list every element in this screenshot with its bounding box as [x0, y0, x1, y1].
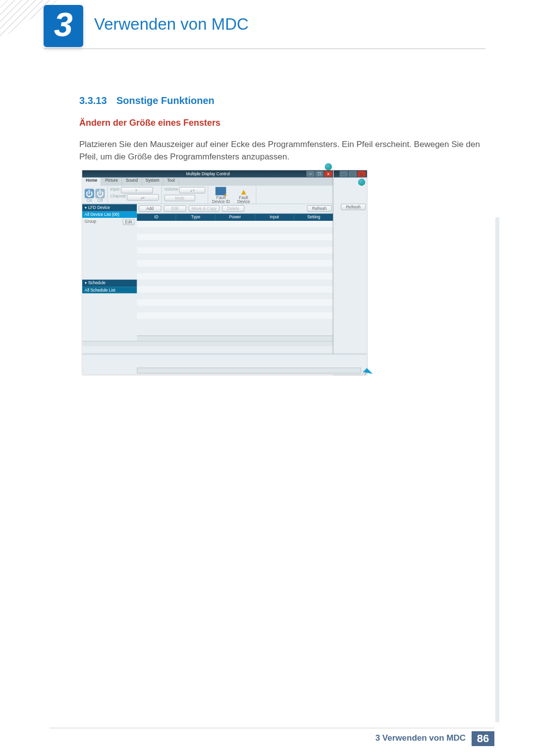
- power-on-icon[interactable]: ⏻: [85, 189, 94, 198]
- max-button[interactable]: □: [315, 171, 323, 177]
- delete-button[interactable]: Delete: [222, 205, 245, 212]
- page-side-stripe: [495, 217, 499, 722]
- resize-arrow-icon: [363, 368, 373, 378]
- table-row: [137, 293, 333, 299]
- fault-alert-icon[interactable]: ▲: [238, 187, 249, 196]
- subsection-title: Ändern der Größe eines Fensters: [79, 118, 220, 128]
- chapter-number: 3: [54, 7, 73, 41]
- ribbon: Home Picture Sound System Tool: [82, 177, 334, 186]
- sidebar: ▾ LFD Device All Device List (00) Group …: [82, 204, 137, 341]
- tab-home[interactable]: Home: [82, 177, 102, 186]
- add-button[interactable]: Add: [139, 205, 161, 212]
- help-icon[interactable]: [325, 163, 332, 170]
- sidebar-all-devices[interactable]: All Device List (00): [82, 211, 137, 218]
- chapter-badge: 3: [44, 5, 83, 47]
- close-button[interactable]: x: [324, 171, 332, 177]
- tab-system[interactable]: System: [142, 177, 164, 186]
- table-row: [137, 221, 333, 227]
- power-off-label: Off: [95, 198, 105, 202]
- table-row: [137, 286, 333, 293]
- footer-title: 3 Verwenden von MDC: [375, 733, 466, 743]
- toolbar: ⏻ On ⏻ Off Input▾ Channel▴▾ Volume▴▾ Mut…: [82, 186, 334, 204]
- col-input[interactable]: Input: [255, 214, 294, 221]
- sidebar-lfd-header[interactable]: ▾ LFD Device: [82, 204, 137, 211]
- table-row: [137, 266, 333, 273]
- table-row: [137, 280, 333, 286]
- titlebar[interactable]: Multiple Display Control – □ x: [82, 170, 334, 177]
- fault-id-label: Fault Device ID: [211, 195, 231, 203]
- chapter-rule: [44, 49, 485, 49]
- footer-page-number: 86: [477, 732, 489, 745]
- table-row: [137, 306, 333, 312]
- edit-button[interactable]: Edit: [163, 205, 186, 212]
- table-row: [137, 227, 333, 234]
- expanded-h-scrollbar[interactable]: [137, 367, 361, 373]
- table-row: [137, 312, 333, 319]
- section-title: Sonstige Funktionen: [116, 95, 214, 106]
- expanded-help-icon[interactable]: [358, 179, 365, 186]
- action-bar: Add Edit Move & Copy Delete Refresh: [137, 204, 333, 213]
- app-title: Multiple Display Control: [186, 171, 230, 175]
- resize-handle[interactable]: [363, 370, 366, 374]
- col-type[interactable]: Type: [176, 214, 215, 221]
- table-row: [137, 299, 333, 305]
- expanded-close-button[interactable]: x: [358, 171, 366, 177]
- expanded-min-button[interactable]: –: [340, 171, 348, 177]
- tab-sound[interactable]: Sound: [122, 177, 142, 186]
- sidebar-group-edit[interactable]: Edit: [123, 219, 135, 225]
- section-number: 3.3.13: [79, 95, 107, 106]
- min-button[interactable]: –: [306, 171, 315, 177]
- expanded-refresh-button[interactable]: Refresh: [341, 203, 366, 210]
- footer-page-badge: 86: [472, 731, 494, 746]
- sidebar-schedule-list[interactable]: All Schedule List: [82, 287, 137, 293]
- sidebar-schedule-header[interactable]: ▾ Schedule: [82, 280, 137, 287]
- power-off-icon[interactable]: ⏻: [95, 189, 105, 198]
- h-scrollbar[interactable]: [137, 336, 333, 341]
- channel-label: Channel: [110, 194, 125, 201]
- power-on-label: On: [85, 198, 94, 202]
- expanded-max-button[interactable]: □: [349, 171, 357, 177]
- mute-button[interactable]: Mute: [164, 195, 195, 201]
- input-label: Input: [110, 187, 119, 194]
- volume-stepper[interactable]: ▴▾: [179, 187, 206, 194]
- footer-rule: [50, 728, 494, 728]
- table-row: [137, 241, 333, 247]
- table-row: [137, 253, 333, 260]
- app-window-main: Multiple Display Control – □ x Home Pict…: [82, 170, 334, 354]
- fault-id-icon[interactable]: ▲: [215, 187, 226, 196]
- body-paragraph: Platzieren Sie den Mauszeiger auf einer …: [79, 139, 485, 163]
- move-copy-button[interactable]: Move & Copy: [189, 205, 219, 212]
- volume-label: Volume: [164, 187, 178, 194]
- refresh-button[interactable]: Refresh: [307, 205, 332, 212]
- sidebar-group-label: Group: [85, 219, 96, 225]
- tab-picture[interactable]: Picture: [102, 177, 122, 186]
- tab-tool[interactable]: Tool: [163, 177, 179, 186]
- table-row: [137, 234, 333, 240]
- chapter-title: Verwenden von MDC: [94, 15, 249, 34]
- col-setting[interactable]: Setting: [294, 214, 333, 221]
- table-row: [137, 273, 333, 280]
- col-id[interactable]: ID: [137, 214, 176, 221]
- column-header: ID Type Power Input Setting: [137, 214, 333, 221]
- device-grid: [137, 221, 333, 336]
- col-power[interactable]: Power: [215, 214, 255, 221]
- table-row: [137, 247, 333, 253]
- table-row: [137, 260, 333, 266]
- channel-stepper[interactable]: ▴▾: [127, 194, 159, 201]
- input-dropdown[interactable]: ▾: [120, 187, 153, 194]
